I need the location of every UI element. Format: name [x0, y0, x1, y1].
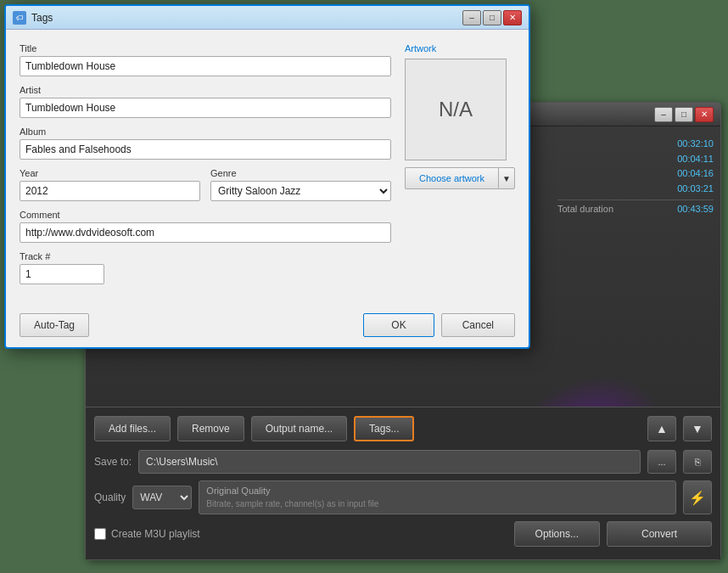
year-input[interactable] — [20, 181, 200, 201]
dialog-left-panel: Title Artist Album Year Genre — [20, 43, 391, 293]
track-list-area: 00:32:10 00:04:11 00:04:16 00:03:21 Tota… — [551, 130, 720, 300]
cancel-button[interactable]: Cancel — [441, 313, 515, 337]
add-files-button[interactable]: Add files... — [94, 416, 171, 441]
bottom-buttons: Options... Convert — [514, 521, 712, 547]
quality-desc-line2: Bitrate, sample rate, channel(s) as in i… — [206, 498, 378, 510]
year-label: Year — [20, 168, 200, 178]
bg-maximize-btn[interactable]: □ — [675, 107, 693, 122]
track-field-group: Track # — [20, 251, 391, 284]
save-to-label: Save to: — [94, 456, 132, 468]
bg-window-controls: – □ ✕ — [654, 107, 714, 122]
track-input[interactable] — [20, 264, 104, 284]
year-genre-row: Year Genre Gritty Saloon Jazz — [20, 168, 391, 201]
m3u-checkbox-area: Create M3U playlist — [94, 528, 200, 540]
artwork-na-text: N/A — [439, 98, 473, 121]
toolbar-row-1: Add files... Remove Output name... Tags.… — [94, 416, 712, 441]
artist-field-group: Artist — [20, 85, 391, 118]
dialog-body: Title Artist Album Year Genre — [6, 30, 529, 306]
dialog-right-panel: Artwork N/A Choose artwork ▼ — [405, 43, 515, 293]
genre-field-group: Genre Gritty Saloon Jazz — [210, 168, 391, 201]
quality-format-select[interactable]: WAV — [132, 486, 192, 509]
browse-folder-button[interactable]: ... — [647, 450, 676, 474]
output-name-button[interactable]: Output name... — [251, 416, 347, 441]
no-signal-button[interactable]: ⚡ — [683, 480, 712, 514]
dialog-title-left: 🏷 Tags — [13, 11, 53, 25]
options-button[interactable]: Options... — [514, 521, 600, 547]
quality-label: Quality — [94, 492, 126, 503]
comment-field-group: Comment — [20, 210, 391, 243]
toolbar-row-2: Save to: ... ⎘ — [94, 450, 712, 474]
year-field-group: Year — [20, 168, 200, 201]
choose-artwork-button-group: Choose artwork ▼ — [405, 167, 515, 189]
folder-picker-button[interactable]: ⎘ — [683, 450, 712, 474]
artist-label: Artist — [20, 85, 391, 95]
artwork-label: Artwork — [405, 43, 515, 53]
dialog-minimize-btn[interactable]: – — [462, 10, 481, 25]
total-duration-label: Total duration — [557, 204, 613, 214]
dialog-footer: Auto-Tag OK Cancel — [6, 306, 529, 347]
dialog-maximize-btn[interactable]: □ — [483, 10, 501, 25]
title-field-group: Title — [20, 43, 391, 76]
artwork-preview: N/A — [405, 59, 507, 160]
m3u-playlist-label: Create M3U playlist — [111, 528, 200, 540]
track-label: Track # — [20, 251, 391, 261]
track-time-3: 00:04:16 — [557, 166, 714, 182]
genre-select[interactable]: Gritty Saloon Jazz — [210, 181, 391, 201]
dialog-title-text: Tags — [31, 12, 53, 24]
move-down-button[interactable]: ▼ — [683, 416, 712, 441]
artist-input[interactable] — [20, 98, 391, 118]
convert-button[interactable]: Convert — [607, 521, 712, 547]
track-time-2: 00:04:11 — [557, 152, 714, 167]
album-label: Album — [20, 126, 391, 137]
dialog-window-controls: – □ ✕ — [462, 10, 522, 25]
comment-input[interactable] — [20, 222, 391, 243]
bg-toolbar: Add files... Remove Output name... Tags.… — [86, 407, 720, 559]
total-duration-row: Total duration 00:43:59 — [557, 199, 714, 214]
toolbar-row-4: Create M3U playlist Options... Convert — [94, 521, 712, 547]
m3u-playlist-checkbox[interactable] — [94, 528, 106, 540]
quality-description: Original Quality Bitrate, sample rate, c… — [199, 480, 676, 514]
ok-button[interactable]: OK — [363, 313, 434, 337]
dialog-icon: 🏷 — [13, 11, 26, 25]
toolbar-row-3: Quality WAV Original Quality Bitrate, sa… — [94, 480, 712, 514]
track-time-1: 00:32:10 — [557, 137, 714, 152]
choose-artwork-dropdown-arrow[interactable]: ▼ — [498, 167, 515, 189]
tags-dialog: 🏷 Tags – □ ✕ Title Artist Album — [4, 4, 530, 349]
move-up-button[interactable]: ▲ — [647, 416, 676, 441]
save-path-input[interactable] — [138, 450, 641, 474]
choose-artwork-main-button[interactable]: Choose artwork — [405, 167, 498, 189]
title-label: Title — [20, 43, 391, 53]
quality-desc-line1: Original Quality — [206, 485, 378, 497]
tags-button[interactable]: Tags... — [354, 416, 414, 441]
album-field-group: Album — [20, 126, 391, 160]
total-duration-value: 00:43:59 — [677, 204, 714, 214]
title-input[interactable] — [20, 56, 391, 76]
comment-label: Comment — [20, 210, 391, 220]
dialog-close-btn[interactable]: ✕ — [503, 10, 522, 25]
track-time-4: 00:03:21 — [557, 182, 714, 197]
auto-tag-button[interactable]: Auto-Tag — [20, 313, 89, 337]
genre-label: Genre — [210, 168, 391, 178]
album-input[interactable] — [20, 139, 391, 160]
bg-minimize-btn[interactable]: – — [654, 107, 673, 122]
remove-button[interactable]: Remove — [177, 416, 244, 441]
bg-close-btn[interactable]: ✕ — [695, 107, 714, 122]
dialog-titlebar: 🏷 Tags – □ ✕ — [6, 6, 529, 30]
